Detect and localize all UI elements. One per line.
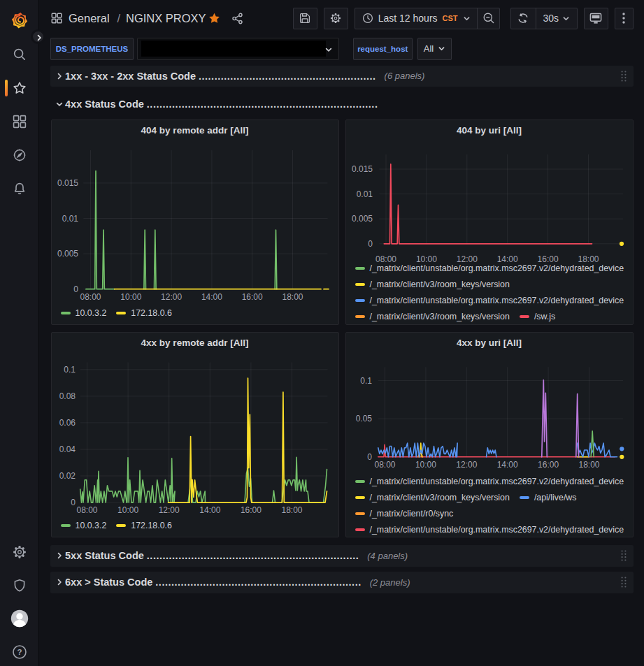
svg-text:0.1: 0.1 (64, 364, 76, 374)
svg-text:14:00: 14:00 (496, 459, 517, 469)
svg-text:0.005: 0.005 (351, 214, 372, 224)
svg-text:18:00: 18:00 (578, 459, 599, 469)
svg-text:12:00: 12:00 (161, 292, 182, 302)
svg-text:18:00: 18:00 (282, 292, 303, 302)
svg-text:0.015: 0.015 (57, 178, 78, 188)
svg-text:10:00: 10:00 (120, 292, 141, 302)
svg-text:0.1: 0.1 (360, 375, 372, 385)
svg-text:0.01: 0.01 (62, 214, 78, 224)
svg-text:16:00: 16:00 (538, 459, 559, 469)
svg-text:10:00: 10:00 (117, 505, 138, 515)
svg-text:0.04: 0.04 (59, 444, 76, 454)
svg-text:18:00: 18:00 (281, 505, 302, 515)
svg-text:0: 0 (368, 239, 373, 249)
svg-text:12:00: 12:00 (158, 505, 179, 515)
svg-text:08:00: 08:00 (76, 505, 97, 515)
svg-text:?: ? (17, 648, 22, 656)
svg-text:0.08: 0.08 (59, 391, 76, 400)
svg-text:0.005: 0.005 (57, 249, 78, 259)
svg-text:0: 0 (73, 284, 78, 294)
svg-text:0.015: 0.015 (351, 164, 372, 174)
svg-text:0.01: 0.01 (356, 189, 373, 199)
svg-text:10:00: 10:00 (415, 459, 436, 469)
svg-text:0.05: 0.05 (355, 414, 372, 424)
svg-text:08:00: 08:00 (374, 459, 395, 469)
svg-text:0.06: 0.06 (59, 417, 76, 427)
svg-text:08:00: 08:00 (80, 292, 101, 302)
svg-text:12:00: 12:00 (456, 459, 477, 469)
svg-text:14:00: 14:00 (199, 505, 220, 515)
svg-text:16:00: 16:00 (241, 292, 262, 302)
svg-text:0.02: 0.02 (59, 471, 76, 481)
svg-text:16:00: 16:00 (240, 505, 261, 515)
svg-text:0: 0 (71, 498, 76, 507)
svg-text:14:00: 14:00 (201, 292, 222, 302)
svg-text:0: 0 (367, 451, 372, 461)
